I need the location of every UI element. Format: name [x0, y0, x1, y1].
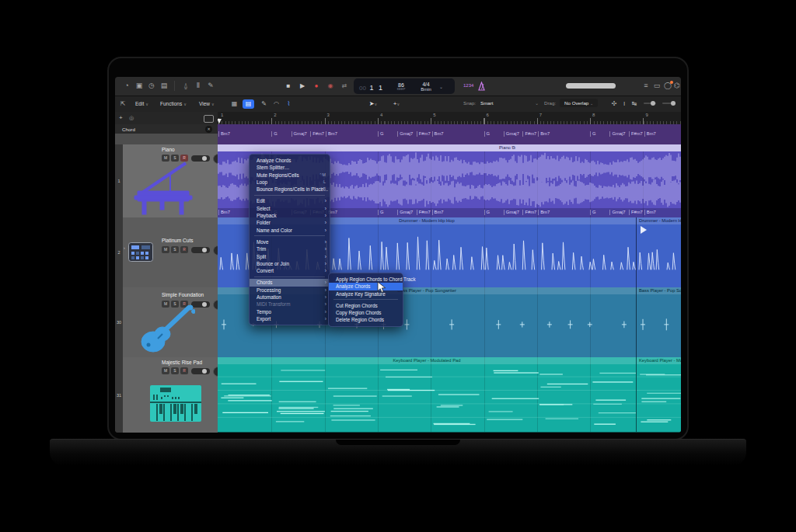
solo-button[interactable]: S [171, 367, 179, 374]
chord-label[interactable]: F#m7 [417, 131, 431, 137]
chord-label[interactable]: Gmaj7 [504, 131, 519, 137]
volume-slider[interactable] [191, 247, 210, 253]
media-browser-icon[interactable]: ⌬ [672, 81, 681, 91]
drag-value-dropdown[interactable]: No Overlap ⌄ [560, 99, 598, 107]
chord-label[interactable]: Bm7 [538, 131, 550, 137]
slider-knob[interactable] [202, 369, 207, 374]
play-button[interactable]: ▶ [297, 82, 308, 90]
track-header-simple-foundation[interactable]: Simple Foundation M S R [123, 287, 218, 358]
chord-label[interactable]: G [484, 210, 491, 215]
chord-label[interactable]: G [378, 210, 384, 215]
automation-icon[interactable]: ✎ [258, 99, 270, 109]
menu-item-copy-region-chords[interactable]: Copy Region Chords [329, 309, 403, 316]
track-header-platinum-cuts[interactable]: › Platinum Cuts M S R [123, 217, 218, 288]
chord-label[interactable]: Gmaj7 [292, 131, 307, 137]
master-level-meter[interactable] [566, 83, 616, 89]
add-track-button[interactable]: + [119, 114, 123, 121]
menu-item-analyze-key-signature[interactable]: Analyze Key Signature [329, 290, 403, 297]
chord-global-track[interactable]: Bm7GGmaj7F#m7Bm7GGmaj7F#m7Bm7GGmaj7F#m7B… [218, 124, 681, 145]
record-enable-button[interactable]: R [180, 246, 188, 253]
slider-knob[interactable] [202, 248, 207, 252]
chord-label[interactable]: F#m7 [522, 210, 536, 215]
track-groups-icon[interactable]: ◎ [129, 115, 134, 121]
slider-knob[interactable] [202, 156, 207, 161]
chord-label[interactable]: F#m7 [629, 131, 643, 137]
list-editors-icon[interactable]: ≡ [641, 81, 651, 91]
quick-help-icon[interactable]: ◔ [121, 81, 132, 91]
chord-label[interactable]: Bm7 [326, 131, 337, 137]
edit-menu[interactable]: Edit∨ [135, 99, 148, 109]
mute-button[interactable]: M [162, 246, 169, 253]
chord-label[interactable]: Bm7 [538, 210, 550, 215]
menu-item-loop[interactable]: LoopL [250, 179, 330, 186]
chord-label[interactable]: G [484, 131, 491, 137]
menu-item-tempo[interactable]: Tempo› [250, 308, 330, 315]
chord-label[interactable]: Gmaj7 [397, 210, 413, 215]
menu-item-analyze-chords[interactable]: Analyze Chords [329, 283, 403, 290]
bass-region-2[interactable]: Bass Player - Pop Songw [636, 287, 681, 357]
global-tracks-icon[interactable] [204, 115, 214, 123]
menu-item-select[interactable]: Select› [250, 205, 330, 212]
track-header-piano[interactable]: Piano M S R [123, 144, 218, 218]
slider-knob[interactable] [651, 101, 655, 106]
mute-button[interactable]: M [162, 367, 169, 374]
lcd-chevron-icon[interactable]: ⌄ [439, 84, 450, 89]
chord-label[interactable]: Bm7 [218, 131, 230, 137]
menu-item-stem-splitter[interactable]: Stem Splitter… [250, 164, 330, 171]
view-menu[interactable]: View∨ [199, 99, 215, 109]
chord-label[interactable]: G [590, 131, 596, 137]
chord-label[interactable]: G [590, 210, 596, 215]
functions-menu[interactable]: Functions∨ [160, 99, 187, 109]
tuner-icon[interactable]: ⍙ [180, 81, 191, 91]
chord-label[interactable]: Gmaj7 [504, 210, 519, 215]
stop-button[interactable]: ■ [283, 82, 294, 90]
close-chord-track-icon[interactable]: ✕ [205, 126, 212, 133]
solo-button[interactable]: S [171, 246, 179, 253]
menu-item-folder[interactable]: Folder› [250, 219, 330, 226]
menu-item-bounce-or-join[interactable]: Bounce or Join› [250, 260, 330, 267]
smart-controls-icon[interactable]: ▤ [159, 81, 169, 91]
mixer-icon[interactable]: ⫴ [193, 81, 204, 91]
command-tool-selector[interactable]: +∨ [389, 99, 404, 109]
horizontal-zoom-icon[interactable]: ↹ [630, 99, 639, 109]
chord-label[interactable]: F#m7 [629, 210, 643, 215]
record-enable-button[interactable]: R [180, 367, 188, 374]
menu-item-cut-region-chords[interactable]: Cut Region Chords [329, 302, 403, 309]
keyboard-region[interactable]: Keyboard Player - Modulated Pad Keyboard… [218, 357, 681, 433]
region-header[interactable]: Keyboard Player - Modulated Pad [218, 357, 681, 364]
playhead-marker[interactable] [218, 119, 222, 123]
chord-label[interactable]: F#m7 [417, 210, 431, 215]
menu-item-mute-regions-cells[interactable]: Mute Regions/Cells⌃M [250, 172, 330, 179]
region-header[interactable]: Piano ⧉ [218, 144, 681, 151]
cycle-icon[interactable]: ⇄ [339, 82, 350, 90]
menu-item-playback[interactable]: Playback› [250, 212, 330, 219]
hide-toolbar-icon[interactable]: ⇱ [118, 99, 127, 109]
capture-record-icon[interactable]: ◉ [325, 82, 336, 90]
pencil-icon[interactable]: ✎ [205, 81, 216, 91]
menu-item-export[interactable]: Export› [250, 315, 330, 322]
chord-label[interactable]: Gmaj7 [609, 210, 625, 215]
flex-icon[interactable]: ⌇ [283, 99, 295, 109]
chord-label[interactable]: Bm7 [218, 210, 230, 215]
menu-item-name-and-color[interactable]: Name and Color› [250, 227, 330, 234]
count-in-badge[interactable]: 1234 [463, 83, 473, 88]
chord-label[interactable]: Bm7 [432, 131, 444, 137]
chord-label[interactable]: Gmaj7 [609, 131, 625, 137]
editors-icon[interactable]: ▭ [651, 81, 662, 91]
volume-slider[interactable] [191, 368, 210, 374]
disclosure-arrow-icon[interactable]: › [124, 245, 125, 250]
lcd-display[interactable]: 00 1 1 86 KEEP 4/4 Bmin ⌄ [354, 78, 455, 94]
midi-view-icon[interactable]: ▤ [243, 99, 254, 109]
waveform-zoom-icon[interactable]: ✣ [609, 99, 619, 109]
grid-view-icon[interactable]: ▦ [229, 99, 240, 109]
track-header-majestic-rise-pad[interactable]: Majestic Rise Pad M S R [123, 357, 218, 433]
menu-item-move[interactable]: Move› [250, 238, 330, 245]
menu-item-edit[interactable]: Edit› [250, 197, 330, 204]
chord-label[interactable]: Bm7 [432, 210, 444, 215]
chord-label[interactable]: Bm7 [644, 210, 656, 215]
chord-label[interactable]: Gmaj7 [397, 131, 413, 137]
menu-item-chords[interactable]: Chords› [250, 279, 330, 286]
keyboard-region-2[interactable]: Keyboard Player - Modu [636, 357, 681, 432]
bar-ruler[interactable]: 123456789 [218, 112, 681, 125]
chord-label[interactable]: G [271, 131, 278, 137]
